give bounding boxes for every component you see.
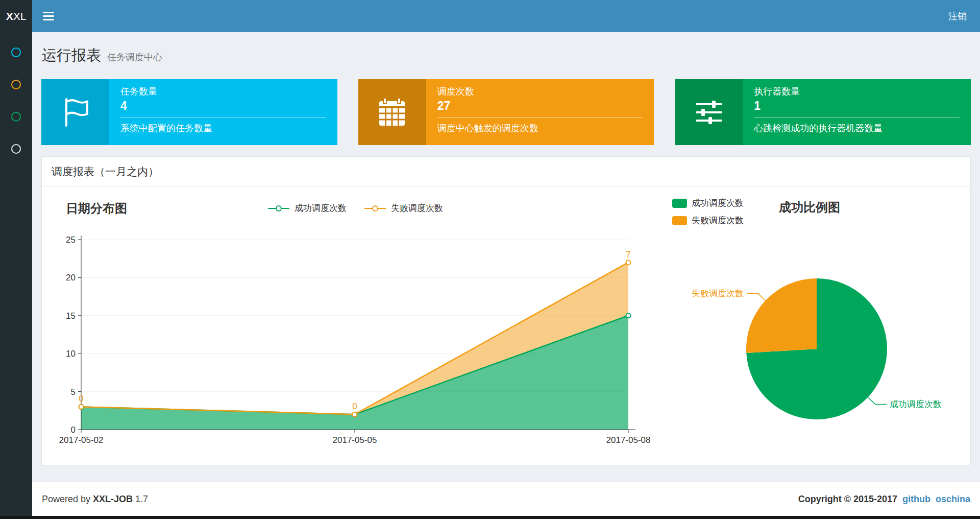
- sidebar-toggle-button[interactable]: [32, 0, 65, 32]
- info-box-job-count: 任务数量 4 系统中配置的任务数量: [41, 79, 337, 145]
- legend-label: 失败调度次数: [391, 202, 443, 214]
- content-header: 运行报表 任务调度中心: [41, 32, 971, 66]
- main-content: 运行报表 任务调度中心 任务数量 4 系统中配置的任务数量: [32, 32, 980, 482]
- logo-bold: X: [6, 10, 13, 22]
- info-box-divider: [754, 117, 960, 117]
- logo-rest: XL: [13, 10, 27, 22]
- svg-text:2017-05-02: 2017-05-02: [59, 435, 104, 445]
- svg-text:失败调度次数: 失败调度次数: [692, 289, 744, 298]
- info-box-desc: 心跳检测成功的执行器机器数量: [754, 122, 960, 134]
- svg-text:7: 7: [626, 250, 630, 260]
- sidebar-item-log[interactable]: [0, 101, 32, 133]
- version-text: 1.7: [135, 494, 148, 504]
- calendar-icon: [358, 79, 426, 145]
- copyright-text: Copyright © 2015-2017: [798, 494, 897, 505]
- info-box-value: 27: [437, 99, 643, 113]
- svg-text:2017-05-05: 2017-05-05: [333, 435, 377, 445]
- success-ratio-pie-chart: 成功调度次数失败调度次数: [658, 228, 961, 442]
- legend-label: 成功调度次数: [295, 202, 347, 214]
- footer: Powered by XXL-JOB 1.7 Copyright © 2015-…: [32, 482, 980, 516]
- info-box-desc: 系统中配置的任务数量: [120, 122, 326, 134]
- info-box-executor-count: 执行器数量 1 心跳检测成功的执行器机器数量: [675, 79, 971, 145]
- oschina-link[interactable]: oschina: [936, 494, 970, 505]
- sidebar-menu: [0, 32, 32, 516]
- hamburger-icon: [43, 12, 54, 20]
- info-box-body: 调度次数 27 调度中心触发的调度次数: [426, 79, 654, 145]
- legend-item-fail[interactable]: 失败调度次数: [672, 215, 744, 226]
- app-logo[interactable]: XXL: [0, 0, 32, 32]
- circle-o-icon: [11, 112, 21, 122]
- panel-body: 日期分布图 成功调度次数 失败调度次数: [42, 187, 970, 465]
- info-box-desc: 调度中心触发的调度次数: [437, 122, 643, 134]
- legend-item-success[interactable]: 成功调度次数: [267, 202, 347, 214]
- svg-text:0: 0: [352, 402, 357, 411]
- legend-line-marker: [267, 205, 290, 212]
- brand-name: XXL-JOB: [93, 494, 133, 504]
- circle-o-icon: [11, 48, 21, 57]
- svg-text:5: 5: [71, 387, 76, 397]
- powered-prefix: Powered by: [42, 494, 90, 504]
- sidebar-item-executor[interactable]: [0, 133, 32, 165]
- navbar-spacer: [65, 0, 935, 32]
- powered-by: Powered by XXL-JOB 1.7: [42, 494, 148, 505]
- svg-text:0: 0: [79, 394, 83, 404]
- bottom-window-edge: [0, 516, 980, 519]
- page-title: 运行报表: [42, 45, 101, 66]
- github-link[interactable]: github: [902, 494, 930, 505]
- info-box-body: 任务数量 4 系统中配置的任务数量: [109, 79, 337, 145]
- info-box-value: 1: [754, 99, 960, 113]
- summary-cards-row: 任务数量 4 系统中配置的任务数量: [41, 79, 971, 145]
- pie-chart-title: 成功比例图: [658, 199, 961, 216]
- pie-chart-header: 成功调度次数 失败调度次数 成功比例图: [658, 191, 961, 228]
- info-box-title: 执行器数量: [754, 85, 960, 98]
- line-chart-header: 日期分布图 成功调度次数 失败调度次数: [52, 191, 658, 228]
- date-distribution-chart: 05101520252017-05-022017-05-052017-05-08…: [52, 228, 658, 453]
- legend-line-marker: [364, 205, 386, 212]
- top-navbar: XXL 注销: [0, 0, 980, 32]
- legend-label: 失败调度次数: [692, 215, 744, 226]
- page-subtitle: 任务调度中心: [107, 51, 162, 63]
- info-box-title: 任务数量: [120, 85, 326, 98]
- sliders-icon: [675, 79, 743, 145]
- sidebar-item-job[interactable]: [0, 68, 32, 101]
- info-box-trigger-count: 调度次数 27 调度中心触发的调度次数: [358, 79, 654, 145]
- svg-text:25: 25: [66, 235, 76, 245]
- pie-chart-section: 成功调度次数 失败调度次数 成功比例图 成功调度次数失败调度次数: [658, 191, 961, 455]
- sidebar-item-report[interactable]: [0, 36, 32, 68]
- footer-right: Copyright © 2015-2017 github oschina: [798, 494, 970, 505]
- svg-text:2017-05-08: 2017-05-08: [606, 435, 651, 445]
- info-box-body: 执行器数量 1 心跳检测成功的执行器机器数量: [743, 79, 971, 145]
- legend-item-fail[interactable]: 失败调度次数: [364, 202, 443, 214]
- legend-swatch: [672, 216, 687, 225]
- circle-o-icon: [11, 80, 21, 89]
- svg-text:10: 10: [66, 349, 76, 359]
- info-box-value: 4: [120, 99, 326, 113]
- logout-button[interactable]: 注销: [935, 0, 980, 32]
- info-box-title: 调度次数: [437, 85, 643, 98]
- svg-text:成功调度次数: 成功调度次数: [890, 399, 942, 409]
- circle-o-icon: [11, 144, 21, 154]
- info-box-divider: [437, 117, 643, 117]
- line-chart-section: 日期分布图 成功调度次数 失败调度次数: [52, 191, 658, 455]
- panel-title: 调度报表（一月之内）: [42, 157, 970, 187]
- svg-text:15: 15: [66, 311, 76, 321]
- info-box-divider: [120, 117, 326, 117]
- report-panel: 调度报表（一月之内） 日期分布图 成功调度次数: [41, 156, 971, 465]
- svg-text:20: 20: [66, 273, 76, 282]
- svg-text:0: 0: [71, 425, 76, 435]
- flag-icon: [41, 79, 109, 145]
- line-chart-legend: 成功调度次数 失败调度次数: [52, 202, 658, 214]
